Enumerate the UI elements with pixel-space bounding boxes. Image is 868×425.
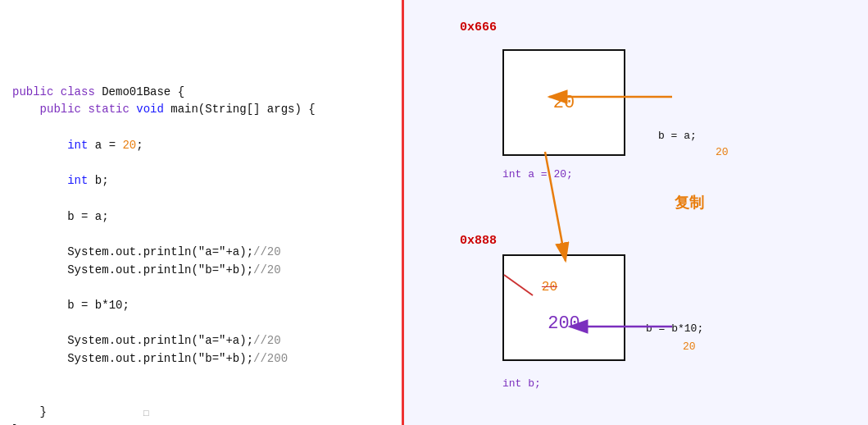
line-4: int b; [12, 174, 109, 187]
label-assign-val: 20 [716, 146, 729, 158]
memory-diagram-panel: 0x666 20 int a = 20; 0x888 20 200 int b;… [404, 0, 868, 425]
box-a-value: 20 [553, 93, 575, 113]
line-2: public static void main(String[] args) { [12, 103, 316, 116]
line-9: System.out.println("a="+a);//20 [12, 334, 281, 347]
line-6: System.out.println("a="+a);//20 [12, 245, 281, 258]
label-assign: b = a; [658, 130, 697, 142]
label-int-b: int b; [502, 377, 541, 390]
footer-mark: □ [143, 409, 149, 418]
line-8: b = b*10; [12, 299, 130, 312]
memory-box-b: 20 200 [502, 254, 625, 361]
line-11: } [12, 405, 47, 418]
box-b-old-value: 20 [542, 280, 557, 295]
label-multiply: b = b*10; [646, 322, 703, 335]
line-3: int a = 20; [12, 139, 143, 152]
addr-a-label: 0x666 [460, 21, 497, 34]
code-panel: public class Demo01Base { public static … [0, 0, 402, 425]
line-5: b = a; [12, 210, 109, 223]
addr-b-label: 0x888 [460, 234, 497, 248]
line-7: System.out.println("b="+b);//20 [12, 263, 281, 276]
memory-box-a: 20 [502, 49, 625, 156]
box-b-value: 200 [548, 313, 580, 333]
line-1: public class Demo01Base { [12, 85, 184, 98]
line-10: System.out.println("b="+b);//200 [12, 352, 288, 365]
label-multiply-val: 20 [683, 340, 696, 353]
label-int-a: int a = 20; [502, 168, 573, 181]
label-copy: 复制 [675, 193, 704, 212]
code-block: public class Demo01Base { public static … [12, 66, 316, 425]
